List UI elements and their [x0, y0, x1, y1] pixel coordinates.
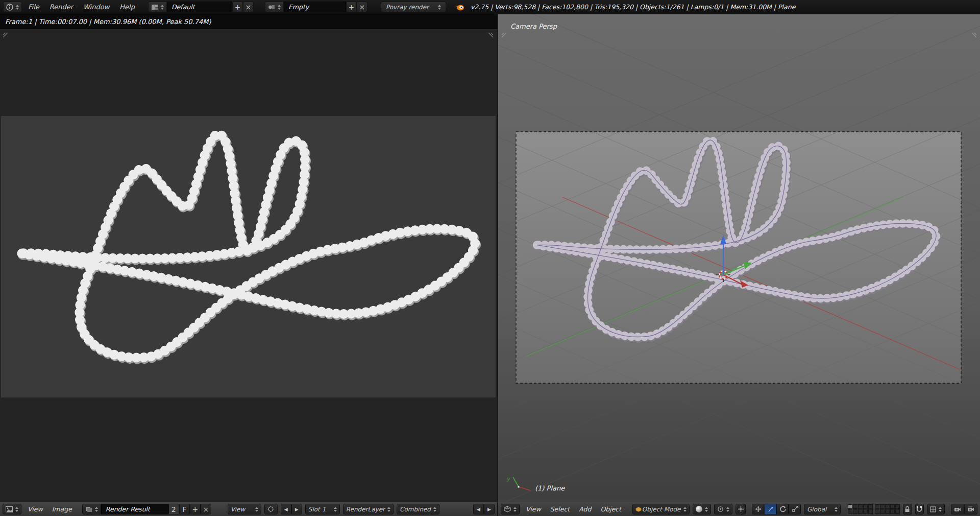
- updown-arrows-icon: [835, 507, 838, 512]
- layers-widget[interactable]: [848, 504, 900, 514]
- layer-toggle[interactable]: [858, 509, 863, 514]
- manipulator-translate-button[interactable]: [764, 504, 776, 514]
- render-engine-value: Povray render: [386, 4, 429, 11]
- mode-dropdown[interactable]: Object Mode: [632, 504, 690, 514]
- image-name-field[interactable]: Render Result: [101, 504, 168, 514]
- menu-object[interactable]: Object: [597, 505, 624, 513]
- screen-layout-delete-button[interactable]: ×: [243, 2, 254, 12]
- layer-toggle[interactable]: [868, 504, 873, 509]
- layer-toggle[interactable]: [853, 509, 857, 514]
- region-corner-handle[interactable]: [971, 32, 977, 38]
- updown-arrows-icon: [513, 507, 517, 512]
- rendered-knot-image: [1, 116, 496, 397]
- manipulator-icon: [755, 506, 762, 512]
- layer-toggle[interactable]: [863, 509, 868, 514]
- region-corner-handle[interactable]: [3, 32, 8, 38]
- pivot-align-toggle[interactable]: [736, 504, 746, 514]
- scene-add-button[interactable]: +: [346, 2, 357, 12]
- snap-toggle-button[interactable]: [915, 504, 924, 514]
- layer-toggle[interactable]: [890, 509, 895, 514]
- render-status-text: Frame:1 | Time:00:07.00 | Mem:30.96M (0.…: [5, 18, 211, 26]
- layer-toggle[interactable]: [885, 509, 890, 514]
- updown-arrows-icon: [387, 507, 390, 512]
- layer-toggle[interactable]: [895, 509, 900, 514]
- layer-toggle[interactable]: [853, 504, 857, 509]
- slot-next-button[interactable]: ▶: [291, 504, 302, 514]
- layer-toggle[interactable]: [848, 504, 852, 509]
- manipulator-scale-button[interactable]: [789, 504, 801, 514]
- layer-toggle[interactable]: [890, 504, 895, 509]
- render-engine-dropdown[interactable]: Povray render: [381, 2, 446, 12]
- render-layer-value: RenderLayer: [346, 506, 385, 513]
- display-channels-dropdown[interactable]: View: [228, 504, 261, 514]
- render-slot-dropdown[interactable]: Slot 1: [305, 504, 340, 514]
- manipulator-toggle-button[interactable]: [752, 504, 764, 514]
- menu-window[interactable]: Window: [79, 3, 113, 11]
- opengl-render-anim-button[interactable]: [964, 504, 977, 514]
- viewport-shading-dropdown[interactable]: [693, 504, 711, 514]
- layer-toggle[interactable]: [863, 504, 868, 509]
- object-mode-cube-icon: [635, 506, 642, 512]
- layer-toggle[interactable]: [875, 504, 879, 509]
- layer-toggle[interactable]: [880, 509, 885, 514]
- render-slot-value: Slot 1: [308, 506, 326, 513]
- fake-user-button[interactable]: F: [179, 504, 190, 514]
- image-users-count[interactable]: 2: [168, 504, 179, 514]
- scene-name-field[interactable]: Empty: [284, 2, 346, 12]
- updown-arrows-icon: [705, 507, 708, 512]
- updown-arrows-icon: [278, 5, 281, 10]
- scopes-toggle-button[interactable]: [264, 504, 278, 514]
- transform-orientation-value: Global: [807, 506, 826, 513]
- editor-type-button-info[interactable]: [3, 2, 22, 12]
- render-pass-dropdown[interactable]: Combined: [397, 504, 439, 514]
- layer-toggle[interactable]: [875, 509, 879, 514]
- image-new-button[interactable]: +: [190, 504, 201, 514]
- layer-toggle[interactable]: [858, 504, 863, 509]
- image-browse-button[interactable]: [82, 504, 101, 514]
- transform-orientation-dropdown[interactable]: Global: [804, 504, 841, 514]
- updown-arrows-icon: [16, 5, 19, 10]
- info-header: File Render Window Help Default + × Empt…: [0, 0, 980, 14]
- screen-layout-name-field[interactable]: Default: [167, 2, 232, 12]
- menu-view[interactable]: View: [523, 505, 544, 513]
- manipulator-rotate-button[interactable]: [776, 504, 789, 514]
- layer-prev-button[interactable]: ◀: [473, 504, 484, 514]
- editor-type-button-image[interactable]: [3, 504, 21, 514]
- scene-browse-button[interactable]: [265, 2, 284, 12]
- updown-arrows-icon: [726, 507, 729, 512]
- region-corner-handle[interactable]: [488, 32, 494, 38]
- opengl-render-button[interactable]: [951, 504, 964, 514]
- screen-layout-add-button[interactable]: +: [232, 2, 243, 12]
- layer-toggle[interactable]: [868, 509, 873, 514]
- menu-view[interactable]: View: [24, 505, 46, 513]
- layer-toggle[interactable]: [848, 509, 852, 514]
- pivot-point-dropdown[interactable]: [714, 504, 732, 514]
- camera-film-icon: [967, 506, 974, 512]
- editor-type-button-3dview[interactable]: [501, 504, 520, 514]
- lock-to-scene-button[interactable]: [903, 504, 912, 514]
- menu-file[interactable]: File: [24, 3, 43, 11]
- menu-select[interactable]: Select: [547, 505, 573, 513]
- rendered-image-canvas[interactable]: [1, 116, 496, 397]
- viewport-canvas[interactable]: [498, 14, 980, 502]
- menu-render[interactable]: Render: [45, 3, 77, 11]
- layer-toggle[interactable]: [895, 504, 900, 509]
- layer-next-button[interactable]: ▶: [484, 504, 495, 514]
- updown-arrows-icon: [255, 507, 258, 512]
- region-corner-handle[interactable]: [501, 32, 507, 38]
- blender-logo-icon: [455, 3, 464, 11]
- menu-help[interactable]: Help: [115, 3, 139, 11]
- screen-layout-browse-button[interactable]: [148, 2, 167, 12]
- snap-element-dropdown[interactable]: [927, 504, 945, 514]
- layer-toggle[interactable]: [880, 504, 885, 509]
- scene-delete-button[interactable]: ×: [357, 2, 368, 12]
- menu-add[interactable]: Add: [576, 505, 594, 513]
- render-layer-dropdown[interactable]: RenderLayer: [343, 504, 394, 514]
- updown-arrows-icon: [939, 507, 942, 512]
- image-editor-region: Frame:1 | Time:00:07.00 | Mem:30.96M (0.…: [0, 14, 497, 516]
- 3d-view-icon: [504, 506, 511, 512]
- image-unlink-button[interactable]: ×: [201, 504, 211, 514]
- slot-prev-button[interactable]: ◀: [281, 504, 291, 514]
- layer-toggle[interactable]: [885, 504, 890, 509]
- menu-image[interactable]: Image: [49, 505, 75, 513]
